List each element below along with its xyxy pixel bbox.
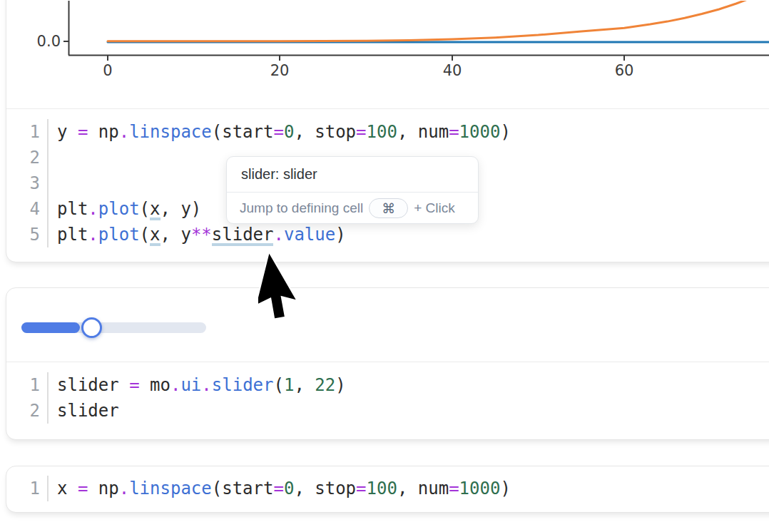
code-token: , num [397,122,449,142]
code-token: (start [212,122,274,142]
code-token: = [449,122,459,142]
code-text[interactable]: x = np.linspace(start=0, stop=100, num=1… [47,476,769,501]
code-token: 1 [284,375,294,395]
tooltip-title: slider: slider [227,157,478,192]
notebook-cell-x-def: 1x = np.linspace(start=0, stop=100, num=… [6,466,769,513]
code-token: = [129,375,139,395]
code-token: ( [140,225,150,245]
line-number: 1 [6,372,47,398]
code-editor[interactable]: 1slider = mo.ui.slider(1, 22)2slider [6,362,769,424]
code-line[interactable]: 1y = np.linspace(start=0, stop=100, num=… [6,119,769,145]
code-token: value [284,225,335,245]
code-token: . [88,225,98,245]
code-token: mo [140,375,170,395]
code-token: plt [57,225,88,245]
code-token: . [88,199,98,219]
code-text[interactable]: y = np.linspace(start=0, stop=100, num=1… [47,119,769,145]
code-token: = [78,122,88,142]
code-token: , num [397,479,449,498]
y-tick-label: 0.0 [37,33,61,50]
x-tick-label: 40 [443,62,462,79]
code-token: ** [191,225,212,245]
variable-reference[interactable]: slider [212,225,274,246]
code-token: plot [98,199,140,219]
variable-reference[interactable]: x [150,225,160,246]
line-number: 3 [6,170,47,196]
code-line[interactable]: 1x = np.linspace(start=0, stop=100, num=… [6,476,769,501]
code-token: = [449,479,459,498]
tooltip-hint-suffix: + Click [414,200,455,216]
slider-widget[interactable] [21,316,207,339]
code-token: 1000 [459,122,501,142]
line-series-y-pow-slider [108,1,766,41]
code-text[interactable]: plt.plot(x, y**slider.value) [47,222,769,247]
notebook-cell-slider: 1slider = mo.ui.slider(1, 22)2slider [6,287,769,440]
slider-handle[interactable] [81,317,102,338]
code-token: , y) [161,199,202,219]
code-token: = [273,479,283,498]
code-token: , stop [294,122,356,142]
code-token: ( [140,199,150,219]
code-line[interactable]: 1slider = mo.ui.slider(1, 22) [6,372,769,398]
code-token: = [356,479,366,498]
line-number: 1 [6,476,47,501]
code-token: . [201,375,211,395]
code-token: slider [57,375,129,395]
code-token: ( [273,375,283,395]
x-tick-label: 20 [270,62,290,79]
matplotlib-chart: 0.0 0 20 40 60 [6,1,769,108]
code-token: 0 [284,122,294,142]
code-token: ) [335,375,345,395]
code-token: linspace [129,479,212,498]
code-token: ui [180,375,201,395]
line-number: 2 [6,145,47,170]
x-tick-label: 60 [615,62,634,79]
code-text[interactable]: slider [47,398,769,424]
code-token: , stop [294,479,356,498]
plot-output-area: 0.0 0 20 40 60 [6,0,769,108]
code-token: plt [57,199,88,219]
code-token: (start [212,479,274,498]
code-editor[interactable]: 1x = np.linspace(start=0, stop=100, num=… [6,466,769,501]
code-token: x [57,479,78,498]
code-token: = [273,122,283,142]
code-token: . [170,375,180,395]
line-number: 1 [6,119,47,145]
code-token: slider [212,375,274,395]
code-token: y [57,122,78,142]
code-token: , [294,375,315,395]
code-text[interactable]: slider = mo.ui.slider(1, 22) [47,372,769,398]
command-key-icon: ⌘ [382,200,395,217]
code-token: . [273,225,283,245]
code-token: = [78,479,88,498]
code-token: 100 [367,122,397,142]
line-number: 2 [6,398,47,424]
slider-fill [21,322,80,333]
x-tick-label: 0 [103,62,112,79]
code-token: np [88,479,118,498]
code-token: linspace [129,122,212,142]
code-line[interactable]: 5plt.plot(x, y**slider.value) [6,222,769,247]
code-token: ) [335,225,345,245]
code-token: . [119,122,129,142]
code-token: . [119,479,129,498]
code-token: = [356,122,366,142]
tooltip-hint-text: Jump to defining cell [240,200,363,216]
code-token: ) [500,479,510,498]
cursor-arrow [258,248,326,327]
code-token: , y [161,225,191,245]
code-token: np [88,122,118,142]
line-number: 5 [6,222,47,247]
code-token: 1000 [459,479,501,498]
line-number: 4 [6,196,47,222]
variable-reference[interactable]: x [150,199,160,220]
command-key-badge: ⌘ [369,198,408,218]
code-token: 22 [315,375,335,395]
variable-tooltip: slider: slider Jump to defining cell ⌘ +… [226,156,479,224]
code-line[interactable]: 2slider [6,398,769,424]
code-token: 100 [367,479,397,498]
code-token: plot [98,225,140,245]
code-token: ) [500,122,510,142]
tooltip-hint-row: Jump to defining cell ⌘ + Click [227,193,478,224]
code-token: 0 [284,479,294,498]
